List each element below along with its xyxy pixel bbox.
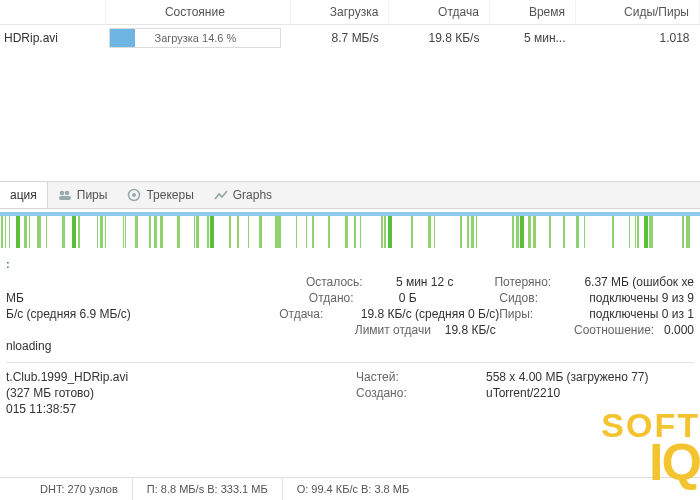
availability-strip <box>0 216 700 248</box>
ratio-label: Соотношение: <box>574 323 664 337</box>
done-fragment: (327 МБ готово) <box>6 386 94 400</box>
graphs-icon <box>214 188 228 202</box>
trackers-icon <box>127 188 141 202</box>
progress-label: Загрузка 14.6 % <box>110 29 280 47</box>
tab-info[interactable]: ация <box>0 182 48 208</box>
status-up[interactable]: О: 99.4 КБ/с В: 3.8 МБ <box>282 478 424 500</box>
col-up[interactable]: Отдача <box>389 0 490 25</box>
details-tabbar: ация Пиры Трекеры Graphs <box>0 181 700 209</box>
uploaded-value: 0 Б <box>399 291 417 305</box>
cell-eta: 5 мин... <box>489 25 575 52</box>
svg-point-0 <box>59 191 64 196</box>
wasted-value: 6.37 МБ (ошибок хе <box>584 275 694 289</box>
status-down[interactable]: П: 8.8 МБ/s В: 333.1 МБ <box>132 478 282 500</box>
peers-value: подключены 0 из 1 <box>589 307 694 321</box>
created-label: Создано: <box>356 386 446 400</box>
created-value: uTorrent/2210 <box>486 386 560 400</box>
seeds-label: Сидов: <box>499 291 589 305</box>
remaining-label: Осталось: <box>306 275 396 289</box>
seeds-value: подключены 9 из 9 <box>589 291 694 305</box>
size-fragment2: МБ <box>6 291 24 305</box>
tab-peers[interactable]: Пиры <box>48 182 118 208</box>
uplimit-label: Лимит отдачи <box>355 323 445 337</box>
remaining-value: 5 мин 12 с <box>396 275 454 289</box>
col-eta[interactable]: Время <box>489 0 575 25</box>
svg-point-4 <box>132 193 136 197</box>
section-transfer-label: : <box>6 250 694 274</box>
uplimit-value: 19.8 КБ/с <box>445 323 496 337</box>
svg-rect-2 <box>59 196 71 200</box>
availability-panel <box>0 209 700 250</box>
ratio-value: 0.000 <box>664 323 694 337</box>
tab-peers-label: Пиры <box>77 188 108 202</box>
watermark-logo: SOFT IQ <box>601 411 700 484</box>
peers-icon <box>58 188 72 202</box>
uploaded-label: Отдано: <box>309 291 399 305</box>
svg-point-1 <box>64 191 69 196</box>
tab-trackers[interactable]: Трекеры <box>117 182 203 208</box>
col-name[interactable] <box>0 0 105 25</box>
torrent-list-table: Состояние Загрузка Отдача Время Сиды/Пир… <box>0 0 700 51</box>
details-panel: : Осталось: 5 мин 12 с Потеряно: 6.37 МБ… <box>0 250 700 417</box>
progress-bar: Загрузка 14.6 % <box>109 28 281 48</box>
cell-seeds-peers: 1.018 <box>576 25 700 52</box>
added-fragment: 015 11:38:57 <box>6 402 76 416</box>
status-dht[interactable]: DHT: 270 узлов <box>0 478 132 500</box>
cell-up: 19.8 КБ/s <box>389 25 490 52</box>
status-bar: DHT: 270 узлов П: 8.8 МБ/s В: 333.1 МБ О… <box>0 477 700 500</box>
col-down[interactable]: Загрузка <box>290 0 388 25</box>
tab-info-label: ация <box>10 188 37 202</box>
filename-fragment: t.Club.1999_HDRip.avi <box>6 370 128 384</box>
torrent-name: HDRip.avi <box>4 31 58 45</box>
torrent-row[interactable]: HDRip.avi Загрузка 14.6 % 8.7 МБ/s 19.8 … <box>0 25 700 52</box>
upspeed-label: Отдача: <box>279 307 361 321</box>
status-fragment: nloading <box>6 339 51 353</box>
pieces-value: 558 x 4.00 МБ (загружено 77) <box>486 370 649 384</box>
cell-down: 8.7 МБ/s <box>290 25 388 52</box>
col-seeds-peers[interactable]: Сиды/Пиры <box>576 0 700 25</box>
tab-graphs[interactable]: Graphs <box>204 182 282 208</box>
torrent-list-header: Состояние Загрузка Отдача Время Сиды/Пир… <box>0 0 700 25</box>
tab-graphs-label: Graphs <box>233 188 272 202</box>
wasted-label: Потеряно: <box>494 275 584 289</box>
pieces-label: Частей: <box>356 370 446 384</box>
col-status[interactable]: Состояние <box>105 0 290 25</box>
downspeed-fragment: Б/с (средняя 6.9 МБ/с) <box>6 307 131 321</box>
divider <box>6 362 694 363</box>
upspeed-value: 19.8 КБ/с (средняя 0 Б/с) <box>361 307 499 321</box>
peers-label: Пиры: <box>499 307 589 321</box>
tab-trackers-label: Трекеры <box>146 188 193 202</box>
